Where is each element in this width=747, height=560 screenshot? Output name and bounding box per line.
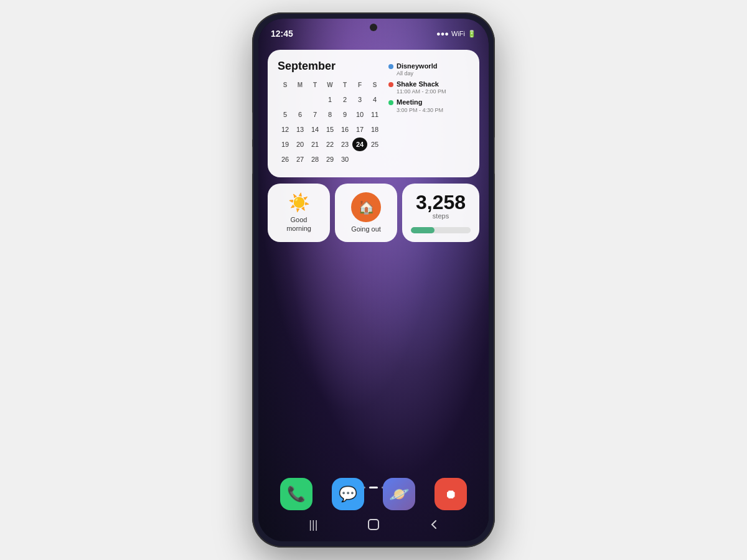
weather-widget[interactable]: ☀️ Goodmorning xyxy=(268,184,330,242)
steps-count: 3,258 xyxy=(416,192,466,212)
cal-day-22: 22 xyxy=(322,138,337,151)
cal-day-21: 21 xyxy=(308,138,322,151)
home-mode-widget[interactable]: 🏠 Going out xyxy=(335,184,397,242)
event-info-disneyworld: Disneyworld All day xyxy=(397,62,437,77)
cal-day-6: 6 xyxy=(293,108,308,121)
battery-icon: 🔋 xyxy=(467,30,476,38)
cal-header-w: W xyxy=(322,78,337,91)
event-meeting: Meeting 3:00 PM - 4:30 PM xyxy=(388,98,469,113)
calendar-week-3: 12 13 14 15 16 17 18 xyxy=(278,123,382,136)
phone-app-icon: 📞 xyxy=(287,485,306,503)
volume-up-button[interactable] xyxy=(252,112,253,140)
cal-day-2: 2 xyxy=(337,93,352,106)
event-info-shakeshack: Shake Shack 11:00 AM - 2:00 PM xyxy=(397,80,446,95)
cal-day-17: 17 xyxy=(352,123,367,136)
home-button[interactable] xyxy=(364,515,383,534)
cal-day-8: 8 xyxy=(322,108,337,121)
event-dot-disneyworld xyxy=(388,64,393,69)
cal-header-f: F xyxy=(352,78,367,91)
cal-header-s2: S xyxy=(367,78,382,91)
home-icon: 🏠 xyxy=(358,199,375,215)
svg-rect-0 xyxy=(369,520,378,530)
event-title-disneyworld: Disneyworld xyxy=(397,62,437,70)
home-mode-icon-circle: 🏠 xyxy=(351,192,381,222)
camera-notch xyxy=(370,24,377,31)
widget-row: ☀️ Goodmorning 🏠 Going out 3,258 steps xyxy=(268,184,479,242)
home-mode-label: Going out xyxy=(351,225,381,233)
event-shakeshack: Shake Shack 11:00 AM - 2:00 PM xyxy=(388,80,469,95)
cal-day-24-today: 24 xyxy=(352,138,367,151)
calendar-month: September xyxy=(278,60,382,73)
cal-day-5: 5 xyxy=(278,108,293,121)
status-icons: ●●● WiFi 🔋 xyxy=(436,30,476,38)
cal-header-m: M xyxy=(293,78,308,91)
cal-header-t1: T xyxy=(308,78,322,91)
cal-day-10: 10 xyxy=(352,108,367,121)
camera-app-icon: ⏺ xyxy=(444,487,457,502)
calendar-grid-area: September S M T W T F S xyxy=(278,60,382,167)
event-time-disneyworld: All day xyxy=(397,70,437,77)
back-button[interactable] xyxy=(425,515,443,534)
volume-down-button[interactable] xyxy=(252,146,253,174)
event-title-meeting: Meeting xyxy=(397,98,443,106)
cal-day-18: 18 xyxy=(367,123,382,136)
cal-day-29: 29 xyxy=(322,152,337,166)
cal-day-3: 3 xyxy=(352,93,367,106)
calendar-widget[interactable]: September S M T W T F S xyxy=(268,50,479,177)
signal-icon: ●●● xyxy=(436,30,449,37)
internet-app-icon: 🪐 xyxy=(389,485,409,504)
phone-screen: 12:45 ●●● WiFi 🔋 September S M T xyxy=(258,19,489,541)
cal-day-28: 28 xyxy=(308,152,322,166)
cal-day-14: 14 xyxy=(308,123,322,136)
status-time: 12:45 xyxy=(271,29,293,39)
dock-app-internet[interactable]: 🪐 xyxy=(383,478,415,510)
cal-day-11: 11 xyxy=(367,108,382,121)
cal-day-13: 13 xyxy=(293,123,308,136)
wifi-icon: WiFi xyxy=(451,30,465,37)
event-info-meeting: Meeting 3:00 PM - 4:30 PM xyxy=(397,98,443,113)
steps-progress-bar-fill xyxy=(411,227,435,233)
cal-header-t2: T xyxy=(337,78,352,91)
event-disneyworld: Disneyworld All day xyxy=(388,62,469,77)
cal-day-9: 9 xyxy=(337,108,352,121)
cal-day-26: 26 xyxy=(278,152,293,166)
messages-app-icon: 💬 xyxy=(339,485,357,503)
cal-day-1: 1 xyxy=(322,93,337,106)
steps-widget[interactable]: 3,258 steps xyxy=(402,184,479,242)
app-dock: 📞 💬 🪐 ⏺ xyxy=(271,478,476,510)
calendar-week-4: 19 20 21 22 23 24 25 xyxy=(278,138,382,151)
cal-day-23: 23 xyxy=(337,138,352,151)
calendar-week-5: 26 27 28 29 30 xyxy=(278,152,382,166)
steps-progress-bar-background xyxy=(411,227,471,233)
event-title-shakeshack: Shake Shack xyxy=(397,80,446,88)
cal-day-25: 25 xyxy=(367,138,382,151)
event-time-shakeshack: 11:00 AM - 2:00 PM xyxy=(397,88,446,95)
home-screen-content: September S M T W T F S xyxy=(258,44,489,541)
cal-day-15: 15 xyxy=(322,123,337,136)
event-dot-meeting xyxy=(388,100,393,105)
cal-day-27: 27 xyxy=(293,152,308,166)
cal-day-7: 7 xyxy=(308,108,322,121)
navigation-bar: ||| xyxy=(258,513,489,536)
dock-app-camera[interactable]: ⏺ xyxy=(435,478,467,510)
cal-day-16: 16 xyxy=(337,123,352,136)
sun-icon: ☀️ xyxy=(288,192,310,213)
recent-apps-button[interactable]: ||| xyxy=(304,515,322,534)
status-bar: 12:45 ●●● WiFi 🔋 xyxy=(258,19,489,44)
phone-device: 12:45 ●●● WiFi 🔋 September S M T xyxy=(252,12,495,548)
weather-label: Goodmorning xyxy=(286,215,311,233)
calendar-events: Disneyworld All day Shake Shack 11:00 AM… xyxy=(388,60,469,167)
cal-day-19: 19 xyxy=(278,138,293,151)
event-dot-shakeshack xyxy=(388,82,393,87)
dock-app-phone[interactable]: 📞 xyxy=(280,478,312,510)
dock-app-messages[interactable]: 💬 xyxy=(332,478,364,510)
cal-day-4: 4 xyxy=(367,93,382,106)
power-button[interactable] xyxy=(494,137,495,174)
cal-header-s1: S xyxy=(278,78,293,91)
calendar-week-1: 1 2 3 4 xyxy=(278,93,382,106)
home-nav-icon xyxy=(367,518,380,531)
cal-day-12: 12 xyxy=(278,123,293,136)
calendar-header-row: S M T W T F S xyxy=(278,78,382,91)
event-time-meeting: 3:00 PM - 4:30 PM xyxy=(397,107,443,113)
back-nav-icon xyxy=(428,519,439,530)
